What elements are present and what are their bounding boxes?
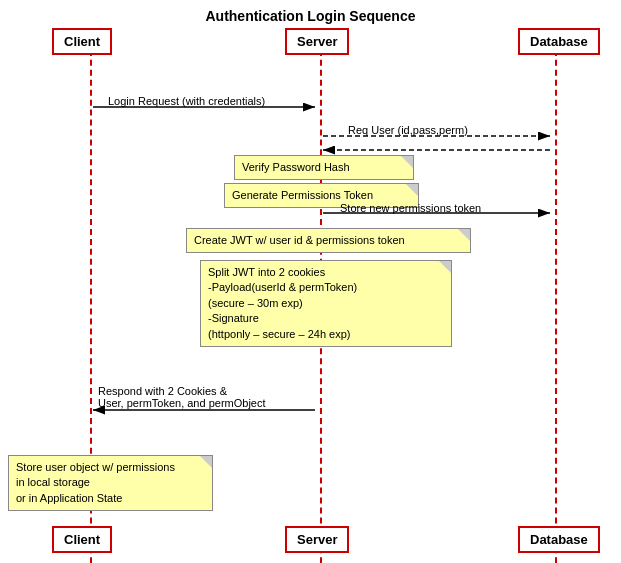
actor-database-bottom: Database — [518, 526, 600, 553]
msg-store-token: Store new permissions token — [340, 202, 481, 214]
note-store-user: Store user object w/ permissions in loca… — [8, 455, 213, 511]
msg-respond-cookies: Respond with 2 Cookies &User, permToken,… — [98, 385, 266, 409]
sequence-diagram: Authentication Login Sequence Client Ser… — [0, 0, 621, 563]
actor-database-top: Database — [518, 28, 600, 55]
diagram-title: Authentication Login Sequence — [0, 0, 621, 24]
actor-client-top: Client — [52, 28, 112, 55]
note-verify-password: Verify Password Hash — [234, 155, 414, 180]
lifeline-database — [555, 30, 557, 563]
actor-server-bottom: Server — [285, 526, 349, 553]
msg-login-request: Login Request (with credentials) — [108, 95, 265, 107]
note-split-jwt: Split JWT into 2 cookies -Payload(userId… — [200, 260, 452, 347]
actor-server-top: Server — [285, 28, 349, 55]
actor-client-bottom: Client — [52, 526, 112, 553]
msg-req-user: Req User (id,pass,perm) — [348, 124, 468, 136]
note-create-jwt: Create JWT w/ user id & permissions toke… — [186, 228, 471, 253]
